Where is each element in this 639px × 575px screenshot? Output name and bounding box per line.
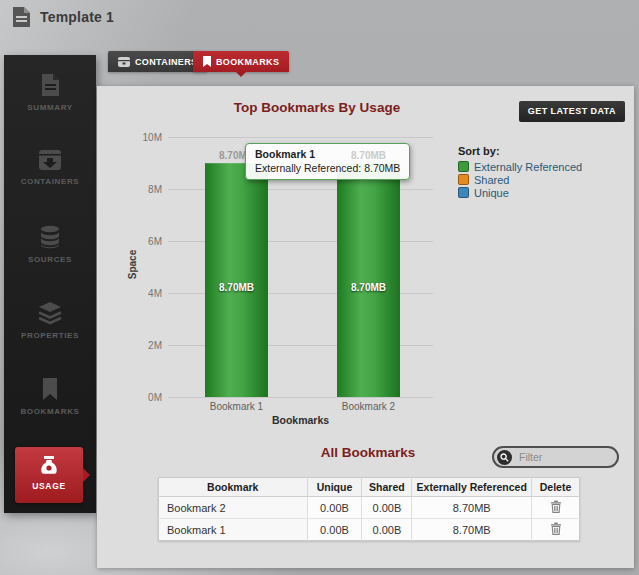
containers-icon: [38, 149, 62, 171]
template-document-icon: [12, 6, 31, 28]
trash-icon: [550, 522, 562, 535]
bar-bookmark-1[interactable]: 8.70MB: [205, 163, 268, 397]
table-row: Bookmark 2 0.00B 0.00B 8.70MB: [159, 497, 580, 519]
bar-chart-plot: 10M 8M 6M 4M 2M 0M Space 8.70MB 8.70MB 8…: [168, 137, 433, 397]
y-axis-title: Space: [127, 235, 138, 295]
sidebar-item-label: SUMMARY: [4, 103, 96, 112]
get-latest-data-button[interactable]: GET LATEST DATA: [519, 101, 625, 122]
delete-bookmark-button[interactable]: [550, 522, 562, 535]
column-header-delete: Delete: [532, 478, 580, 497]
tab-bookmarks[interactable]: BOOKMARKS: [193, 51, 289, 72]
y-tick-label: 2M: [126, 340, 162, 351]
column-header-shared: Shared: [362, 478, 412, 497]
sidebar-item-summary[interactable]: SUMMARY: [4, 73, 96, 112]
filter-input[interactable]: [512, 451, 611, 463]
sidebar: SUMMARY CONTAINERS SOURCES: [4, 55, 96, 513]
search-icon: [497, 450, 512, 465]
x-tick-label: Bookmark 2: [305, 401, 432, 412]
legend-item-shared[interactable]: Shared: [458, 173, 582, 186]
table-header-row: Bookmark Unique Shared Externally Refere…: [159, 478, 580, 497]
chart-title: Top Bookmarks By Usage: [157, 100, 477, 115]
sidebar-item-properties[interactable]: PROPERTIES: [4, 301, 96, 340]
page-title: Template 1: [40, 9, 114, 25]
delete-bookmark-button[interactable]: [550, 500, 562, 513]
x-tick-label: Bookmark 1: [173, 401, 300, 412]
sidebar-item-label: BOOKMARKS: [4, 407, 96, 416]
cell-delete: [532, 497, 580, 519]
legend-swatch-green: [458, 161, 469, 172]
legend-item-unique[interactable]: Unique: [458, 186, 582, 199]
y-tick-label: 0M: [126, 392, 162, 403]
usage-panel: Top Bookmarks By Usage GET LATEST DATA 1…: [97, 86, 634, 568]
cell-unique: 0.00B: [307, 497, 362, 519]
y-tick-label: 10M: [126, 132, 162, 143]
legend-item-externally-referenced[interactable]: Externally Referenced: [458, 160, 582, 173]
legend-swatch-blue: [458, 187, 469, 198]
cell-bookmark: Bookmark 2: [159, 497, 308, 519]
sidebar-item-containers[interactable]: CONTAINERS: [4, 149, 96, 186]
chart-legend: Sort by: Externally Referenced Shared Un…: [458, 145, 582, 199]
cell-externally-referenced: 8.70MB: [412, 497, 532, 519]
sidebar-item-bookmarks[interactable]: BOOKMARKS: [4, 377, 96, 416]
window-header: Template 1: [12, 6, 114, 28]
column-header-unique: Unique: [307, 478, 362, 497]
sidebar-item-label: CONTAINERS: [4, 177, 96, 186]
cell-unique: 0.00B: [307, 519, 362, 541]
cell-bookmark: Bookmark 1: [159, 519, 308, 541]
legend-label: Unique: [474, 187, 509, 199]
legend-label: Externally Referenced: [474, 161, 582, 173]
sidebar-item-sources[interactable]: SOURCES: [4, 225, 96, 264]
bookmark-tab-icon: [203, 56, 211, 67]
table-row: Bookmark 1 0.00B 0.00B 8.70MB: [159, 519, 580, 541]
y-tick-label: 8M: [126, 184, 162, 195]
summary-icon: [39, 73, 61, 97]
app-window: Template 1 SUMMARY CONTAINERS: [0, 0, 639, 575]
tab-bookmarks-label: BOOKMARKS: [216, 57, 279, 67]
x-axis-title: Bookmarks: [168, 414, 433, 426]
gridline: [168, 397, 433, 398]
sidebar-item-label: SOURCES: [4, 255, 96, 264]
column-header-externally-referenced: Externally Referenced: [412, 478, 532, 497]
bar-bookmark-2[interactable]: 8.70MB: [337, 163, 400, 397]
legend-title: Sort by:: [458, 145, 582, 157]
table-title: All Bookmarks: [268, 445, 468, 460]
sidebar-item-usage[interactable]: USAGE: [15, 447, 83, 503]
chart-tooltip: Bookmark 1 Externally Referenced: 8.70MB: [245, 143, 410, 180]
legend-swatch-orange: [458, 174, 469, 185]
sidebar-item-label: PROPERTIES: [4, 331, 96, 340]
cell-externally-referenced: 8.70MB: [412, 519, 532, 541]
cell-shared: 0.00B: [362, 519, 412, 541]
sidebar-item-label: USAGE: [15, 481, 83, 491]
tab-containers-label: CONTAINERS: [135, 57, 197, 67]
sources-icon: [39, 225, 61, 249]
column-header-bookmark: Bookmark: [159, 478, 308, 497]
container-tab-icon: [118, 57, 130, 67]
bar-top-label: 8.70MB: [337, 150, 400, 161]
properties-icon: [37, 301, 63, 325]
bar-value-label: 8.70MB: [337, 282, 400, 293]
filter-field: [492, 446, 619, 468]
legend-label: Shared: [474, 174, 509, 186]
usage-icon: [38, 455, 60, 477]
cell-delete: [532, 519, 580, 541]
bookmarks-icon: [42, 377, 58, 401]
gridline: [168, 137, 433, 138]
bookmarks-table: Bookmark Unique Shared Externally Refere…: [158, 477, 580, 541]
bar-value-label: 8.70MB: [205, 282, 268, 293]
tooltip-text: Externally Referenced: 8.70MB: [255, 162, 400, 174]
trash-icon: [550, 500, 562, 513]
cell-shared: 0.00B: [362, 497, 412, 519]
